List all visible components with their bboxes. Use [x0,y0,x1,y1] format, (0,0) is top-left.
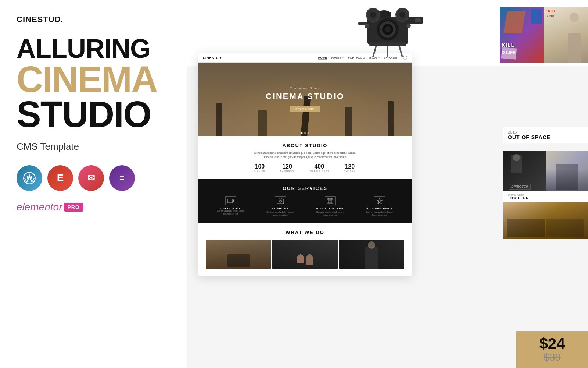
service-festivals: FILM FESTIVALS Contrary popular belief. … [363,196,396,216]
festivals-label: FILM FESTIVALS [363,207,396,210]
svg-point-26 [279,200,282,202]
svg-point-21 [406,24,411,28]
stat-awards-number: 120 [344,163,356,170]
right-panel: KILL D LIFE ENDS under 2016 OUT OF SPACE… [187,0,588,368]
stats-row: 100 MOVIES 120 TV SHOWS 400 VIDEO & POST… [206,163,404,172]
what-image-3 [339,240,404,269]
what-image-2 [272,240,337,269]
stat-tvshows-label: TV SHOWS [280,170,295,172]
festivals-icon [374,196,385,205]
ultimatefields-icon[interactable]: ≡ [109,165,135,191]
film-camera-icon [347,0,428,59]
elementor-text: elementor [17,201,62,213]
svg-rect-23 [277,199,284,204]
stat-tvshows-number: 120 [280,163,295,170]
headline-cinema: CINEMA [17,62,171,97]
stat-tvshows: 120 TV SHOWS [280,163,295,172]
svg-line-16 [373,44,377,57]
service-blockbusters: BLOCK BUSTERS Contrary popular belief. L… [313,196,347,216]
svg-marker-32 [377,198,382,204]
side-thumb-single [503,202,588,239]
stat-video: 400 VIDEO & POST [309,163,329,172]
stat-video-label: VIDEO & POST [309,170,329,172]
browser-site-logo: CINESTUD [203,56,221,60]
svg-text:W: W [27,175,32,181]
stat-awards: 120 AWARDS [344,163,356,172]
svg-point-10 [370,12,376,18]
directors-desc: Contrary popular belief. Lorem Ipsum is … [214,210,247,215]
side-thumb-2 [546,151,588,191]
about-title: ABOUT STUDIO [206,143,404,148]
directors-label: DIRECTORS [214,207,247,210]
about-text-1: Donec arcu dolor, elementum et facilisis… [232,151,379,159]
blockbusters-icon [325,196,336,205]
wordpress-icon[interactable]: W [17,165,42,191]
browser-mockup: CINESTUD HOME PAGES ▾ PORTFOLIO BLOG ▾ A… [198,53,412,276]
svg-point-20 [365,24,369,28]
what-title: WHAT WE DO [206,230,404,235]
svg-point-12 [399,12,405,18]
side-thumb-info: Drama, Action THRILLER [503,191,588,202]
svg-rect-31 [328,201,332,203]
svg-rect-15 [415,18,421,22]
services-title: OUR SERVICES [206,185,404,191]
brand-logo: CINESTUD. [17,15,171,24]
headline-studio: STUDIO [17,97,171,132]
cms-label: CMS Template [17,141,171,152]
side-thumb-row: DIRECTOR [503,151,588,191]
hero-coming-soon: Cooming Soon [290,86,320,90]
plugin-icons-row: W E ✉ ≡ [17,165,171,191]
tvshows-icon [275,196,286,205]
what-image-1 [206,240,271,269]
artwork-image-1: KILL D LIFE [500,7,544,63]
hero-read-more-button[interactable]: READ MORE [290,106,319,112]
elementor-icon[interactable]: E [47,165,73,191]
headline-alluring: ALLURING [17,35,171,62]
artwork-year: 2016 [508,130,584,134]
side-thumbnails: DIRECTOR Drama, Action THRILLER [503,151,588,239]
svg-rect-19 [369,42,406,46]
carousel-dot-3[interactable] [308,132,309,134]
service-tvshows: TV SHOWS Contrary popular belief. Lorem … [264,196,297,216]
movie-title: THRILLER [508,196,584,200]
stat-movies-number: 100 [254,163,265,170]
stat-awards-label: AWARDS [344,170,356,172]
artwork-images-row: KILL D LIFE ENDS under [500,7,588,63]
what-images-row [206,240,404,269]
directors-icon [225,196,236,205]
pro-label: PRO [64,203,83,212]
services-section: OUR SERVICES DIRECTORS Contrary popular … [198,179,412,223]
carousel-dot-2[interactable] [304,132,306,134]
service-directors: DIRECTORS Contrary popular belief. Lorem… [214,196,247,216]
blockbusters-desc: Contrary popular belief. Lorem Ipsum is … [313,211,347,216]
svg-line-18 [399,44,402,57]
hero-section: Cooming Soon CINEMA STUDIO READ MORE [198,63,412,136]
stat-movies: 100 MOVIES [254,163,265,172]
hero-title: CINEMA STUDIO [266,92,344,101]
blockbusters-label: BLOCK BUSTERS [313,207,347,210]
stat-video-number: 400 [309,163,329,170]
hero-carousel-dots [301,132,309,134]
mailchimp-icon[interactable]: ✉ [78,165,104,191]
artwork-label: 2016 OUT OF SPACE [503,127,588,143]
svg-rect-22 [227,199,233,203]
nav-home[interactable]: HOME [318,56,327,60]
price-tag: $24 $39 [516,331,588,368]
movie-genre: Drama, Action [508,194,584,196]
elementor-pro-badge: elementor PRO [17,201,171,213]
carousel-dot-1[interactable] [301,132,303,134]
services-grid: DIRECTORS Contrary popular belief. Lorem… [206,196,404,216]
artwork-image-2: ENDS under [544,7,588,63]
left-panel: CINESTUD. ALLURING CINEMA STUDIO CMS Tem… [0,0,187,368]
tvshows-desc: Contrary popular belief. Lorem Ipsum is … [264,211,297,216]
what-we-do-section: WHAT WE DO [198,223,412,276]
nav-pages[interactable]: PAGES ▾ [331,56,344,60]
about-section: ABOUT STUDIO Donec arcu dolor, elementum… [198,136,412,179]
festivals-desc: Contrary popular belief. Lorem Ipsum is … [363,211,396,216]
price-current: $24 [539,336,565,351]
price-original: $39 [544,351,561,363]
stat-movies-label: MOVIES [254,170,265,172]
hero-cta: READ MORE [290,105,319,112]
svg-point-6 [385,26,391,32]
artwork-movie-title: OUT OF SPACE [508,134,584,140]
